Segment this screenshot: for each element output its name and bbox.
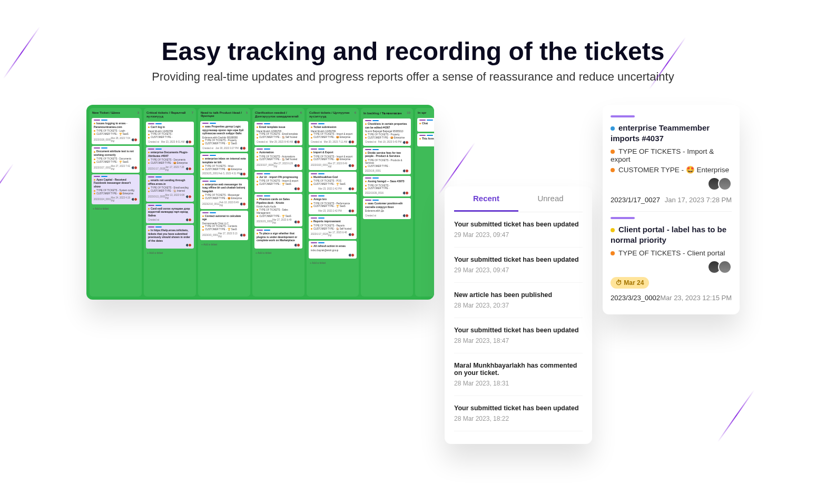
notification-date: 28 Mar 2023, 20:37 [454,302,583,309]
notification-title: Your submitted ticket has been updated [454,256,583,263]
column-header: Need to talk Product Head / Ярилцах5 [200,110,248,120]
kanban-card[interactable]: In https://help.erxes.io/tickets, ticket… [146,225,194,249]
ticket-time: Jan 17, 2023 7:28 PM [665,196,732,204]
kanban-card[interactable]: Document attribute text is not working c… [92,146,140,172]
kanban-card[interactable]: Apex Capital - Received Facebook messeng… [92,174,140,204]
notification-date: 28 Mar 2023, 18:31 [454,380,583,387]
ticket-card[interactable]: enterprise Teammember imports #4037TYPE … [611,110,732,212]
hero-title: Easy tracking and recording of the ticke… [32,37,794,66]
kanban-card[interactable]: Can't log inMaral Munkh 12456789TYPE OF … [146,122,194,145]
kanban-card[interactable]: Email template issueMaral Munkh 12306765… [254,122,302,145]
column-header: In backlog / Төлөвлөсөн10 [363,110,411,117]
kanban-card[interactable]: enterprise web messenger iin tsag offlin… [200,179,248,209]
kanban-card[interactable]: enterprise Documents Plugin-Attributes #… [146,147,194,173]
ticket-tag: CUSTOMER TYPE - 🤩 Enterprise [611,165,732,174]
ticket-title: enterprise Teammember imports #4037 [611,123,732,143]
kanban-card[interactable]: AutomationTYPE OF TICKETS - AutomationsC… [254,147,302,170]
kanban-card[interactable]: Issues logging to erxes - Paramountnames… [92,118,140,144]
column-header: Critical tickets / Яаралтай хүлээгүүд7 [146,110,194,120]
kanban-card[interactable]: Card-ний эхлэх хугацаан дээр ахдалтай ка… [146,203,194,224]
notifications-panel: Recent Unread Your submitted ticket has … [445,186,592,444]
ticket-title: Client portal - label has to be normal p… [611,224,732,245]
assignee-avatars [611,260,732,274]
kanban-column: Critical tickets / Яаралтай хүлээгүүд7Ca… [144,108,196,297]
notification-tabs: Recent Unread [454,186,583,212]
add-ticket-button[interactable]: + Add a ticket [200,242,248,247]
notification-date: 29 Mar 2023, 09:47 [454,266,583,274]
kanban-column: In sprChatThis form option [415,108,434,297]
hero-subtitle: Providing real-time updates and progress… [32,70,794,84]
notification-title: Your submitted ticket has been updated [454,404,583,412]
kanban-card[interactable]: Chat [417,118,434,132]
column-header: New Ticket / Шинэ3 [92,110,140,116]
ticket-card[interactable]: Client portal - label has to be normal p… [611,212,732,309]
notification-date: 29 Mar 2023, 09:47 [454,231,583,239]
notification-item[interactable]: Your submitted ticket has been updated29… [454,212,583,248]
ticket-time: Mar 23, 2023 12:15 PM [660,294,732,302]
kanban-card[interactable]: Phantom cards on Sales Pipeline deck - K… [254,194,302,226]
column-header: Collect tickets / Цуглуулах хүсэлтүүд6 [309,110,357,120]
notification-title: Maral Munkhbayarlakh has commented on yo… [454,362,583,377]
notification-date: 28 Mar 2023, 18:22 [454,415,583,422]
notification-item[interactable]: Your submitted ticket has been updated28… [454,396,583,431]
kanban-card[interactable]: All refresh action in erxesindvo.bayrak@… [309,241,357,258]
kanban-card[interactable]: saas Properties дотор Logic оруулахаар о… [200,121,248,152]
notification-item[interactable]: Maral Munkhbayarlakh has commented on yo… [454,353,583,396]
kanban-card[interactable]: enterprise inbox on internal note templa… [200,153,248,177]
notification-date: 28 Mar 2023, 18:47 [454,337,583,344]
kanban-column: Collect tickets / Цуглуулах хүсэлтүүд6Ti… [307,108,359,297]
add-ticket-button[interactable]: + Add a ticket [92,206,140,211]
kanban-column: Need to talk Product Head / Ярилцах5saas… [198,108,250,297]
kanban-column: Clarification needed / Дэлгэрүүлэх шаард… [252,108,304,297]
column-header: Clarification needed / Дэлгэрүүлэх шаард… [254,110,302,120]
kanban-card[interactable]: Munkhsaikhan GodTYPE OF TICKETS - POSCUS… [309,172,357,192]
kanban-card[interactable]: emails not sending through office.erxes.… [146,175,194,201]
kanban-column: In backlog / Төлөвлөсөн10Checklists in c… [361,108,413,297]
priority-bar [611,115,635,117]
kanban-card[interactable]: Amigo broTYPE OF TICKETS - PerformanceCU… [309,194,357,214]
ticket-list-panel: enterprise Teammember imports #4037TYPE … [603,105,740,314]
ticket-tag: TYPE OF TICKETS - Client portal [611,249,732,257]
due-date-badge: ⏱ Mar 24 [611,277,649,289]
kanban-card[interactable]: Divide service fees for two people - Pro… [363,147,411,175]
kanban-card[interactable]: Reports improvementTYPE OF TICKETS - Rep… [309,216,357,239]
kanban-card[interactable]: Jur Ur - import 0% progressingTYPE OF TI… [254,172,302,192]
add-ticket-button[interactable]: + Add a ticket [309,260,357,265]
kanban-card[interactable]: Contact automat to calculate ageDermanme… [200,211,248,240]
ticket-tag: TYPE OF TICKETS - Import & export [611,147,732,163]
kanban-card[interactable]: Import & ExportTYPE OF TICKETS - Import … [309,147,357,170]
assignee-avatars [611,177,732,191]
notification-title: New article has been published [454,291,583,299]
priority-bar [611,217,635,219]
add-ticket-button[interactable]: + Add a ticket [254,250,302,255]
notification-title: Your submitted ticket has been updated [454,327,583,334]
kanban-column: New Ticket / Шинэ3Issues logging to erxe… [90,108,142,297]
add-ticket-button[interactable]: + Add a ticket [146,250,194,255]
ticket-id: 2023/3/23_0002 [611,294,660,302]
kanban-card[interactable]: To place a sign whether that plugins is … [254,228,302,249]
kanban-card[interactable]: saas Customer position-ийг хэсгийн соёру… [363,198,411,219]
kanban-card[interactable]: Assing haragd — Saas #3973TYPE OF TICKET… [363,176,411,196]
notification-item[interactable]: Your submitted ticket has been updated28… [454,318,583,353]
notification-item[interactable]: Your submitted ticket has been updated29… [454,248,583,283]
notification-item[interactable]: New article has been published28 Mar 202… [454,283,583,318]
tab-recent[interactable]: Recent [454,186,518,212]
tab-unread[interactable]: Unread [518,186,583,212]
notification-title: Your submitted ticket has been updated [454,221,583,228]
ticket-id: 2023/1/17_0027 [611,196,660,204]
kanban-card[interactable]: Checklists in certain properties can be … [363,118,411,146]
kanban-board: New Ticket / Шинэ3Issues logging to erxe… [86,105,434,300]
kanban-card[interactable]: This form option [417,133,434,147]
column-header: In spr [417,110,434,116]
kanban-card[interactable]: Ticket submissionMaral Munkh 12456789TYP… [309,122,357,145]
